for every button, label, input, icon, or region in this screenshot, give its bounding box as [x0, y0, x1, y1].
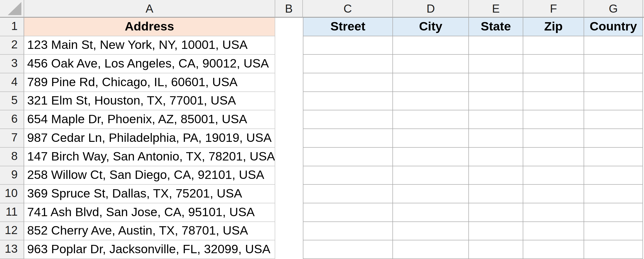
cell-E2[interactable] — [469, 36, 523, 55]
cell-G3[interactable] — [584, 55, 643, 73]
cell-F13[interactable] — [523, 240, 584, 259]
row-header-13[interactable]: 13 — [0, 240, 24, 259]
cell-C11[interactable] — [303, 203, 393, 222]
cell-G8[interactable] — [584, 148, 643, 166]
column-header-e[interactable]: E — [469, 0, 523, 18]
cell-E6[interactable] — [469, 110, 523, 129]
cell-B4[interactable] — [275, 73, 303, 92]
row-header-5[interactable]: 5 — [0, 92, 24, 111]
cell-B12[interactable] — [275, 222, 303, 241]
cell-C5[interactable] — [303, 92, 393, 111]
cell-E8[interactable] — [469, 148, 523, 166]
cell-F11[interactable] — [523, 203, 584, 222]
cell-G7[interactable] — [584, 129, 643, 148]
cell-E9[interactable] — [469, 166, 523, 185]
cell-A3[interactable]: 456 Oak Ave, Los Angeles, CA, 90012, USA — [24, 55, 275, 73]
row-header-4[interactable]: 4 — [0, 73, 24, 92]
cell-G13[interactable] — [584, 240, 643, 259]
select-all-corner[interactable] — [0, 0, 24, 18]
cell-E1-state-header[interactable]: State — [469, 18, 523, 36]
cell-A12[interactable]: 852 Cherry Ave, Austin, TX, 78701, USA — [24, 222, 275, 241]
row-header-9[interactable]: 9 — [0, 166, 24, 185]
cell-E13[interactable] — [469, 240, 523, 259]
cell-F6[interactable] — [523, 110, 584, 129]
cell-G5[interactable] — [584, 92, 643, 111]
column-header-d[interactable]: D — [393, 0, 469, 18]
cell-A13[interactable]: 963 Poplar Dr, Jacksonville, FL, 32099, … — [24, 240, 275, 259]
cell-F9[interactable] — [523, 166, 584, 185]
cell-G1-country-header[interactable]: Country — [584, 18, 643, 36]
cell-F10[interactable] — [523, 185, 584, 203]
cell-D12[interactable] — [393, 222, 469, 241]
cell-E10[interactable] — [469, 185, 523, 203]
cell-B3[interactable] — [275, 55, 303, 73]
cell-A4[interactable]: 789 Pine Rd, Chicago, IL, 60601, USA — [24, 73, 275, 92]
cell-D6[interactable] — [393, 110, 469, 129]
row-header-11[interactable]: 11 — [0, 203, 24, 222]
row-header-3[interactable]: 3 — [0, 55, 24, 73]
cell-A2[interactable]: 123 Main St, New York, NY, 10001, USA — [24, 36, 275, 55]
cell-B10[interactable] — [275, 185, 303, 203]
cell-C7[interactable] — [303, 129, 393, 148]
cell-D2[interactable] — [393, 36, 469, 55]
cell-A7[interactable]: 987 Cedar Ln, Philadelphia, PA, 19019, U… — [24, 129, 275, 148]
cell-B11[interactable] — [275, 203, 303, 222]
cell-G4[interactable] — [584, 73, 643, 92]
column-header-f[interactable]: F — [523, 0, 584, 18]
cell-D11[interactable] — [393, 203, 469, 222]
cell-D4[interactable] — [393, 73, 469, 92]
cell-B6[interactable] — [275, 110, 303, 129]
cell-A10[interactable]: 369 Spruce St, Dallas, TX, 75201, USA — [24, 185, 275, 203]
cell-C1-street-header[interactable]: Street — [303, 18, 393, 36]
cell-C8[interactable] — [303, 148, 393, 166]
cell-B1[interactable] — [275, 18, 303, 36]
cell-G11[interactable] — [584, 203, 643, 222]
cell-G6[interactable] — [584, 110, 643, 129]
cell-E11[interactable] — [469, 203, 523, 222]
cell-D13[interactable] — [393, 240, 469, 259]
cell-B7[interactable] — [275, 129, 303, 148]
cell-D10[interactable] — [393, 185, 469, 203]
cell-E4[interactable] — [469, 73, 523, 92]
cell-D8[interactable] — [393, 148, 469, 166]
cell-A6[interactable]: 654 Maple Dr, Phoenix, AZ, 85001, USA — [24, 110, 275, 129]
cell-B5[interactable] — [275, 92, 303, 111]
cell-C6[interactable] — [303, 110, 393, 129]
cell-C9[interactable] — [303, 166, 393, 185]
cell-F5[interactable] — [523, 92, 584, 111]
cell-A11[interactable]: 741 Ash Blvd, San Jose, CA, 95101, USA — [24, 203, 275, 222]
column-header-b[interactable]: B — [275, 0, 303, 18]
column-header-a[interactable]: A — [24, 0, 275, 18]
cell-A1-address-header[interactable]: Address — [24, 18, 275, 36]
cell-E3[interactable] — [469, 55, 523, 73]
cell-G2[interactable] — [584, 36, 643, 55]
cell-G12[interactable] — [584, 222, 643, 241]
cell-E7[interactable] — [469, 129, 523, 148]
cell-F7[interactable] — [523, 129, 584, 148]
cell-D5[interactable] — [393, 92, 469, 111]
cell-C13[interactable] — [303, 240, 393, 259]
row-header-8[interactable]: 8 — [0, 148, 24, 166]
row-header-7[interactable]: 7 — [0, 129, 24, 148]
cell-B9[interactable] — [275, 166, 303, 185]
row-header-12[interactable]: 12 — [0, 222, 24, 241]
cell-F8[interactable] — [523, 148, 584, 166]
cell-D9[interactable] — [393, 166, 469, 185]
cell-D7[interactable] — [393, 129, 469, 148]
row-header-10[interactable]: 10 — [0, 185, 24, 203]
cell-G10[interactable] — [584, 185, 643, 203]
cell-B2[interactable] — [275, 36, 303, 55]
cell-A5[interactable]: 321 Elm St, Houston, TX, 77001, USA — [24, 92, 275, 111]
cell-C3[interactable] — [303, 55, 393, 73]
cell-D1-city-header[interactable]: City — [393, 18, 469, 36]
cell-F2[interactable] — [523, 36, 584, 55]
cell-A8[interactable]: 147 Birch Way, San Antonio, TX, 78201, U… — [24, 148, 275, 166]
cell-E12[interactable] — [469, 222, 523, 241]
cell-B13[interactable] — [275, 240, 303, 259]
cell-D3[interactable] — [393, 55, 469, 73]
cell-C2[interactable] — [303, 36, 393, 55]
cell-F3[interactable] — [523, 55, 584, 73]
row-header-6[interactable]: 6 — [0, 110, 24, 129]
cell-C10[interactable] — [303, 185, 393, 203]
cell-A9[interactable]: 258 Willow Ct, San Diego, CA, 92101, USA — [24, 166, 275, 185]
